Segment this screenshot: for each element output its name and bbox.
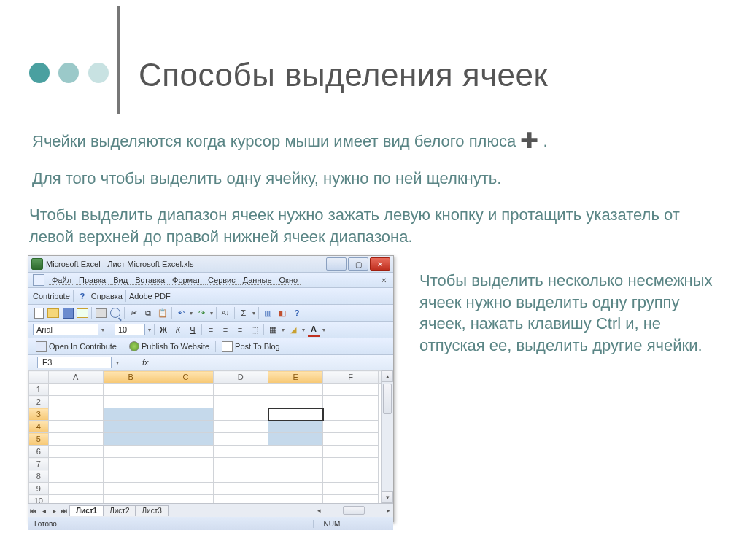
scroll-down-icon[interactable]: ▾: [382, 491, 393, 503]
cell[interactable]: [213, 495, 268, 504]
align-center-icon[interactable]: ≡: [220, 324, 231, 335]
row-header[interactable]: 1: [29, 384, 49, 396]
cell[interactable]: [268, 384, 323, 396]
fill-color-icon[interactable]: ◢: [287, 324, 299, 335]
hscroll-thumb[interactable]: [343, 506, 365, 515]
cell[interactable]: [158, 384, 213, 396]
copy-icon[interactable]: ⧉: [142, 307, 154, 319]
cell[interactable]: [103, 433, 158, 446]
cell[interactable]: [103, 396, 158, 408]
menu-edit[interactable]: Правка: [76, 276, 109, 285]
col-header[interactable]: C: [158, 371, 213, 384]
redo-icon[interactable]: ↷: [196, 307, 207, 319]
name-box[interactable]: E3: [37, 357, 112, 368]
cell[interactable]: [158, 470, 213, 483]
cell[interactable]: [48, 470, 103, 483]
cell[interactable]: [323, 458, 378, 470]
cell[interactable]: [158, 433, 213, 446]
cell[interactable]: [268, 408, 323, 421]
fx-icon[interactable]: fx: [142, 358, 149, 367]
cell[interactable]: [323, 433, 378, 446]
doc-system-icon[interactable]: [33, 274, 44, 286]
paste-icon[interactable]: 📋: [157, 307, 169, 319]
row-header[interactable]: 6: [29, 446, 49, 458]
preview-icon[interactable]: [109, 307, 121, 319]
borders-icon[interactable]: ▦: [267, 324, 279, 335]
scroll-thumb[interactable]: [383, 384, 392, 414]
sort-asc-icon[interactable]: A↓: [220, 307, 231, 319]
col-header[interactable]: E: [268, 371, 323, 384]
cell[interactable]: [213, 408, 268, 421]
tab-nav-next-icon[interactable]: ▸: [49, 507, 59, 515]
cell[interactable]: [323, 396, 378, 408]
sheet-tab[interactable]: Лист2: [103, 505, 136, 516]
font-size-combo[interactable]: 10: [115, 324, 145, 335]
cell[interactable]: [158, 421, 213, 433]
cell[interactable]: [213, 421, 268, 433]
cell[interactable]: [213, 458, 268, 470]
cell[interactable]: [48, 421, 103, 433]
cell[interactable]: [323, 408, 378, 421]
col-header[interactable]: D: [213, 371, 268, 384]
titlebar[interactable]: Microsoft Excel - Лист Microsoft Excel.x…: [28, 256, 393, 273]
row-header[interactable]: 2: [29, 396, 49, 408]
help-label[interactable]: Справка: [91, 292, 123, 300]
row-header[interactable]: 10: [29, 495, 49, 504]
cell[interactable]: [48, 483, 103, 495]
bold-button[interactable]: Ж: [158, 325, 169, 334]
cell[interactable]: [48, 446, 103, 458]
cell[interactable]: [268, 458, 323, 470]
cell[interactable]: [158, 446, 213, 458]
save-icon[interactable]: [62, 307, 74, 319]
menu-tools[interactable]: Сервис: [205, 276, 239, 285]
cell[interactable]: [103, 408, 158, 421]
chart-icon[interactable]: ▥: [262, 307, 274, 319]
cell[interactable]: [268, 433, 323, 446]
cell[interactable]: [268, 470, 323, 483]
hscroll-right-icon[interactable]: ▸: [387, 507, 390, 514]
cell[interactable]: [213, 470, 268, 483]
cell[interactable]: [213, 446, 268, 458]
cell[interactable]: [48, 396, 103, 408]
print-icon[interactable]: [95, 307, 107, 319]
sheet-tab[interactable]: Лист1: [69, 505, 104, 516]
cut-icon[interactable]: ✂: [128, 307, 139, 319]
cell[interactable]: [158, 408, 213, 421]
menu-data[interactable]: Данные: [240, 276, 275, 285]
permission-icon[interactable]: [77, 307, 88, 319]
cell[interactable]: [268, 446, 323, 458]
tab-nav-prev-icon[interactable]: ◂: [39, 507, 49, 515]
align-left-icon[interactable]: ≡: [205, 324, 217, 335]
cell[interactable]: [48, 495, 103, 504]
row-header[interactable]: 5: [29, 433, 49, 446]
cell[interactable]: [158, 495, 213, 504]
drawing-icon[interactable]: ◧: [276, 307, 288, 319]
cell[interactable]: [213, 396, 268, 408]
adobe-label[interactable]: Adobe PDF: [129, 292, 171, 300]
new-icon[interactable]: [33, 307, 44, 319]
cell[interactable]: [48, 458, 103, 470]
spreadsheet-grid[interactable]: ABCDEF12345678910 ▴ ▾: [28, 370, 393, 503]
col-header[interactable]: A: [48, 371, 103, 384]
vertical-scrollbar[interactable]: ▴ ▾: [381, 370, 393, 503]
undo-icon[interactable]: ↶: [175, 307, 187, 319]
underline-button[interactable]: Ч: [187, 325, 198, 334]
contribute-label[interactable]: Contribute: [33, 292, 70, 300]
publish-button[interactable]: Publish To Website: [126, 341, 212, 352]
cell[interactable]: [48, 408, 103, 421]
cell[interactable]: [268, 495, 323, 504]
col-header[interactable]: F: [323, 371, 378, 384]
scroll-up-icon[interactable]: ▴: [382, 370, 393, 382]
post-blog-button[interactable]: Post To Blog: [219, 341, 283, 353]
cell[interactable]: [268, 421, 323, 433]
cell[interactable]: [103, 483, 158, 495]
font-color-icon[interactable]: A: [308, 323, 320, 337]
doc-close-icon[interactable]: ✕: [379, 275, 389, 285]
cell[interactable]: [323, 421, 378, 433]
align-right-icon[interactable]: ≡: [234, 324, 246, 335]
cell[interactable]: [213, 384, 268, 396]
close-button[interactable]: ✕: [370, 257, 390, 271]
cell[interactable]: [268, 483, 323, 495]
menu-insert[interactable]: Вставка: [132, 276, 168, 285]
font-name-combo[interactable]: Arial: [33, 324, 98, 335]
